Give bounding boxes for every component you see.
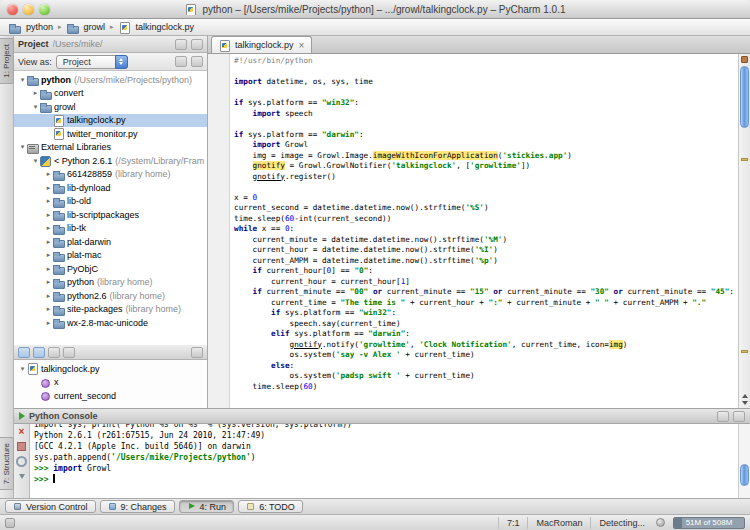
project-tree-item-twitter-monitor-py[interactable]: twitter_monitor.py	[14, 127, 207, 141]
project-tree-item-661428859[interactable]: ▸661428859 (library home)	[14, 168, 207, 182]
project-tree-item-plat-mac[interactable]: ▸plat-mac	[14, 249, 207, 263]
expand-arrow-icon[interactable]: ▸	[44, 305, 53, 313]
close-window-button[interactable]	[7, 4, 18, 15]
view-as-select[interactable]: Project	[56, 55, 128, 69]
breadcrumb-item-talkingclock-py[interactable]: talkingclock.py	[116, 20, 198, 35]
warning-stripe-mark[interactable]	[741, 158, 748, 161]
expand-arrow-icon[interactable]: ▸	[44, 265, 53, 273]
editor-scrollbar[interactable]	[738, 54, 750, 408]
memory-indicator[interactable]: 51M of 508M	[673, 517, 745, 529]
expand-arrow-icon[interactable]: ▸	[44, 184, 53, 192]
project-tree-item-growl[interactable]: ▾growl	[14, 100, 207, 114]
close-console-icon[interactable]	[16, 426, 27, 437]
project-tree-item-python[interactable]: ▾python (/Users/mike/Projects/python)	[14, 73, 207, 87]
console-scrollbar-thumb[interactable]	[740, 464, 749, 486]
settings-gear-icon[interactable]	[175, 39, 187, 50]
console-output[interactable]: import sys; print('Python %s on %s' % (s…	[30, 424, 738, 498]
structure-tree: ▾talkingclock.pyxcurrent_second	[14, 360, 207, 408]
project-tree-item-convert[interactable]: ▸convert	[14, 87, 207, 101]
warning-stripe-mark[interactable]	[741, 350, 748, 353]
editor[interactable]: #!/usr/bin/python import datetime, os, s…	[208, 54, 750, 408]
breadcrumb-label: growl	[84, 22, 106, 32]
expand-arrow-icon[interactable]: ▸	[44, 170, 53, 178]
project-tree-item-lib-old[interactable]: ▸lib-old	[14, 195, 207, 209]
expand-arrow-icon[interactable]: ▸	[44, 197, 53, 205]
collapse-arrow-icon[interactable]: ▾	[31, 103, 40, 111]
toolwindow-button-4-run[interactable]: 4: Run	[179, 500, 235, 513]
python-icon	[40, 155, 51, 166]
project-tree-item-pyobjc[interactable]: ▸PyObjC	[14, 262, 207, 276]
expand-arrow-icon[interactable]: ▸	[44, 278, 53, 286]
hide-console-icon[interactable]	[733, 411, 745, 422]
collapse-all-icon[interactable]	[191, 56, 203, 67]
toolwindow-button-label: Version Control	[26, 502, 88, 512]
structure-settings-icon[interactable]	[191, 347, 203, 358]
project-tree-item-external-libraries[interactable]: ▾External Libraries	[14, 141, 207, 155]
show-fields-icon[interactable]	[48, 347, 60, 358]
caret-position[interactable]: 7:1	[498, 517, 528, 529]
stop-icon[interactable]	[16, 441, 27, 452]
filter-icon[interactable]	[175, 56, 187, 67]
collapse-arrow-icon[interactable]: ▾	[18, 76, 27, 84]
console-header[interactable]: Python Console	[14, 409, 750, 424]
project-tree-item-python2-6[interactable]: ▸python2.6 (library home)	[14, 289, 207, 303]
tool-stripe-structure-button[interactable]: 7: Structure	[0, 437, 14, 490]
structure-tree-item-talkingclock-py[interactable]: ▾talkingclock.py	[14, 362, 207, 376]
sort-by-visibility-icon[interactable]	[33, 347, 45, 358]
toolwindow-toggle-icon[interactable]	[5, 518, 15, 528]
scrollbar-arrows-icon[interactable]	[739, 394, 750, 405]
breadcrumb-item-growl[interactable]: growl	[64, 20, 109, 35]
console-scrollbar[interactable]	[738, 424, 750, 498]
project-tree-item-wx-2-8-mac-unicode[interactable]: ▸wx-2.8-mac-unicode	[14, 316, 207, 330]
project-tree-item-lib-dynload[interactable]: ▸lib-dynload	[14, 181, 207, 195]
console-toolbar	[14, 424, 30, 498]
structure-tree-item-current-second[interactable]: current_second	[14, 389, 207, 403]
expand-arrow-icon[interactable]: ▸	[44, 211, 53, 219]
project-tree-item-talkingclock-py[interactable]: talkingclock.py	[14, 114, 207, 128]
show-inherited-icon[interactable]	[63, 347, 75, 358]
console-settings-icon[interactable]	[717, 411, 729, 422]
structure-tree-item-x[interactable]: x	[14, 376, 207, 390]
zoom-window-button[interactable]	[39, 4, 50, 15]
collapse-arrow-icon[interactable]: ▾	[31, 157, 40, 165]
code-line: img = image = Growl.Image.imageWithIconF…	[234, 151, 738, 162]
folder-icon	[53, 182, 64, 193]
editor-scrollbar-thumb[interactable]	[740, 66, 749, 128]
file-encoding[interactable]: MacRoman	[527, 517, 590, 529]
scroll-to-end-icon[interactable]	[16, 471, 27, 482]
project-tree-item-python-2-6-1[interactable]: ▾< Python 2.6.1 (/System/Library/Fram	[14, 154, 207, 168]
hector-icon[interactable]	[656, 518, 665, 527]
expand-arrow-icon[interactable]: ▸	[44, 238, 53, 246]
toolwindow-button-version-control[interactable]: Version Control	[5, 500, 96, 513]
project-tree-item-site-packages[interactable]: ▸site-packages (library home)	[14, 303, 207, 317]
collapse-arrow-icon[interactable]: ▾	[18, 143, 27, 151]
sort-alphabetically-icon[interactable]	[18, 347, 30, 358]
breadcrumb-separator-icon: ▸	[109, 23, 115, 31]
project-tree-item-python[interactable]: ▸python (library home)	[14, 276, 207, 290]
code-area[interactable]: #!/usr/bin/python import datetime, os, s…	[230, 54, 738, 408]
pyfile-icon	[53, 115, 64, 126]
project-panel-header: Project /Users/mike/	[14, 36, 207, 53]
code-line: x = 0	[234, 193, 738, 204]
var-icon	[40, 377, 51, 388]
expand-arrow-icon[interactable]: ▸	[31, 89, 40, 97]
toolwindow-button-6-todo[interactable]: 6: TODO	[238, 500, 303, 513]
title-bar[interactable]: python – [/Users/mike/Projects/python] –…	[0, 0, 750, 19]
hide-panel-icon[interactable]	[191, 39, 203, 50]
editor-tab-talkingclock[interactable]: talkingclock.py ×	[211, 36, 312, 53]
breadcrumb-item-python[interactable]: python	[6, 20, 56, 35]
toolwindow-button-label: 9: Changes	[121, 502, 167, 512]
collapse-arrow-icon[interactable]: ▾	[18, 365, 27, 373]
project-tree-item-plat-darwin[interactable]: ▸plat-darwin	[14, 235, 207, 249]
toolwindow-button-9-changes[interactable]: 9: Changes	[100, 500, 175, 513]
tool-stripe-project-button[interactable]: 1: Project	[0, 38, 14, 84]
project-tree-item-lib-scriptpackages[interactable]: ▸lib-scriptpackages	[14, 208, 207, 222]
expand-arrow-icon[interactable]: ▸	[44, 319, 53, 327]
minimize-window-button[interactable]	[23, 4, 34, 15]
project-tree-item-lib-tk[interactable]: ▸lib-tk	[14, 222, 207, 236]
close-tab-icon[interactable]: ×	[299, 40, 305, 51]
expand-arrow-icon[interactable]: ▸	[44, 224, 53, 232]
expand-arrow-icon[interactable]: ▸	[44, 251, 53, 259]
expand-arrow-icon[interactable]: ▸	[44, 292, 53, 300]
rerun-icon[interactable]	[16, 456, 27, 467]
